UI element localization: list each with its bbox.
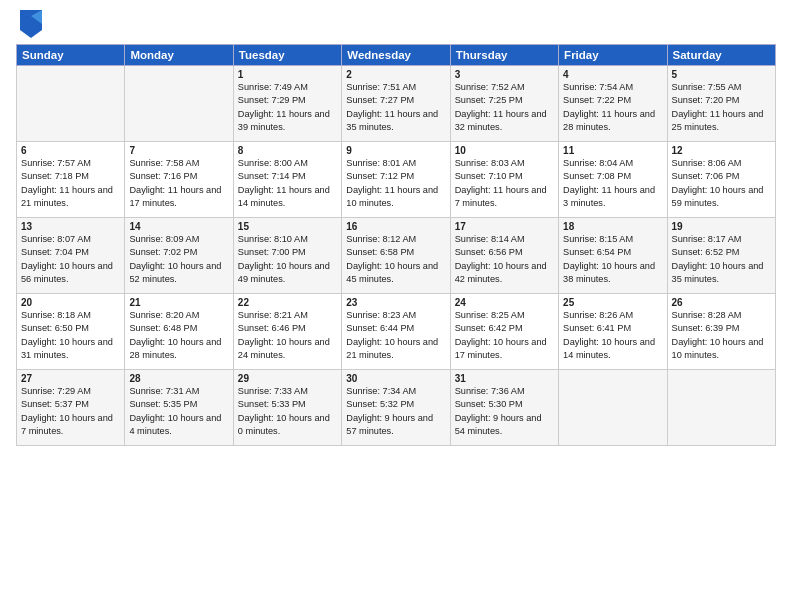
logo (16, 10, 42, 38)
calendar-cell: 25Sunrise: 8:26 AM Sunset: 6:41 PM Dayli… (559, 294, 667, 370)
calendar-cell: 8Sunrise: 8:00 AM Sunset: 7:14 PM Daylig… (233, 142, 341, 218)
day-number: 10 (455, 145, 554, 156)
day-number: 19 (672, 221, 771, 232)
day-number: 4 (563, 69, 662, 80)
calendar-cell: 13Sunrise: 8:07 AM Sunset: 7:04 PM Dayli… (17, 218, 125, 294)
day-number: 26 (672, 297, 771, 308)
day-info: Sunrise: 8:23 AM Sunset: 6:44 PM Dayligh… (346, 309, 445, 362)
calendar-cell: 11Sunrise: 8:04 AM Sunset: 7:08 PM Dayli… (559, 142, 667, 218)
day-info: Sunrise: 7:51 AM Sunset: 7:27 PM Dayligh… (346, 81, 445, 134)
day-info: Sunrise: 7:36 AM Sunset: 5:30 PM Dayligh… (455, 385, 554, 438)
day-number: 3 (455, 69, 554, 80)
day-info: Sunrise: 7:57 AM Sunset: 7:18 PM Dayligh… (21, 157, 120, 210)
day-info: Sunrise: 8:21 AM Sunset: 6:46 PM Dayligh… (238, 309, 337, 362)
calendar-cell: 12Sunrise: 8:06 AM Sunset: 7:06 PM Dayli… (667, 142, 775, 218)
day-info: Sunrise: 8:20 AM Sunset: 6:48 PM Dayligh… (129, 309, 228, 362)
day-number: 1 (238, 69, 337, 80)
header-day-friday: Friday (559, 45, 667, 66)
header-row: SundayMondayTuesdayWednesdayThursdayFrid… (17, 45, 776, 66)
header-day-saturday: Saturday (667, 45, 775, 66)
day-info: Sunrise: 8:18 AM Sunset: 6:50 PM Dayligh… (21, 309, 120, 362)
day-info: Sunrise: 8:06 AM Sunset: 7:06 PM Dayligh… (672, 157, 771, 210)
day-number: 7 (129, 145, 228, 156)
calendar-table: SundayMondayTuesdayWednesdayThursdayFrid… (16, 44, 776, 446)
calendar-body: 1Sunrise: 7:49 AM Sunset: 7:29 PM Daylig… (17, 66, 776, 446)
day-info: Sunrise: 8:07 AM Sunset: 7:04 PM Dayligh… (21, 233, 120, 286)
calendar-cell: 2Sunrise: 7:51 AM Sunset: 7:27 PM Daylig… (342, 66, 450, 142)
week-row-1: 1Sunrise: 7:49 AM Sunset: 7:29 PM Daylig… (17, 66, 776, 142)
calendar-cell: 5Sunrise: 7:55 AM Sunset: 7:20 PM Daylig… (667, 66, 775, 142)
day-info: Sunrise: 8:12 AM Sunset: 6:58 PM Dayligh… (346, 233, 445, 286)
week-row-5: 27Sunrise: 7:29 AM Sunset: 5:37 PM Dayli… (17, 370, 776, 446)
day-info: Sunrise: 7:34 AM Sunset: 5:32 PM Dayligh… (346, 385, 445, 438)
calendar-cell (559, 370, 667, 446)
header-day-sunday: Sunday (17, 45, 125, 66)
day-info: Sunrise: 7:52 AM Sunset: 7:25 PM Dayligh… (455, 81, 554, 134)
calendar-cell: 26Sunrise: 8:28 AM Sunset: 6:39 PM Dayli… (667, 294, 775, 370)
calendar-cell: 3Sunrise: 7:52 AM Sunset: 7:25 PM Daylig… (450, 66, 558, 142)
day-number: 17 (455, 221, 554, 232)
day-info: Sunrise: 7:29 AM Sunset: 5:37 PM Dayligh… (21, 385, 120, 438)
day-info: Sunrise: 8:04 AM Sunset: 7:08 PM Dayligh… (563, 157, 662, 210)
calendar-cell: 16Sunrise: 8:12 AM Sunset: 6:58 PM Dayli… (342, 218, 450, 294)
calendar-cell: 31Sunrise: 7:36 AM Sunset: 5:30 PM Dayli… (450, 370, 558, 446)
day-info: Sunrise: 7:31 AM Sunset: 5:35 PM Dayligh… (129, 385, 228, 438)
day-info: Sunrise: 8:14 AM Sunset: 6:56 PM Dayligh… (455, 233, 554, 286)
calendar-cell: 19Sunrise: 8:17 AM Sunset: 6:52 PM Dayli… (667, 218, 775, 294)
calendar-header: SundayMondayTuesdayWednesdayThursdayFrid… (17, 45, 776, 66)
calendar-cell: 29Sunrise: 7:33 AM Sunset: 5:33 PM Dayli… (233, 370, 341, 446)
day-number: 27 (21, 373, 120, 384)
calendar-cell: 14Sunrise: 8:09 AM Sunset: 7:02 PM Dayli… (125, 218, 233, 294)
calendar-cell (125, 66, 233, 142)
calendar-cell: 22Sunrise: 8:21 AM Sunset: 6:46 PM Dayli… (233, 294, 341, 370)
day-number: 13 (21, 221, 120, 232)
calendar-cell: 9Sunrise: 8:01 AM Sunset: 7:12 PM Daylig… (342, 142, 450, 218)
day-info: Sunrise: 8:25 AM Sunset: 6:42 PM Dayligh… (455, 309, 554, 362)
calendar-cell: 28Sunrise: 7:31 AM Sunset: 5:35 PM Dayli… (125, 370, 233, 446)
calendar-cell: 1Sunrise: 7:49 AM Sunset: 7:29 PM Daylig… (233, 66, 341, 142)
header-day-wednesday: Wednesday (342, 45, 450, 66)
day-number: 30 (346, 373, 445, 384)
day-info: Sunrise: 8:01 AM Sunset: 7:12 PM Dayligh… (346, 157, 445, 210)
calendar-cell: 24Sunrise: 8:25 AM Sunset: 6:42 PM Dayli… (450, 294, 558, 370)
header-day-tuesday: Tuesday (233, 45, 341, 66)
day-info: Sunrise: 8:09 AM Sunset: 7:02 PM Dayligh… (129, 233, 228, 286)
calendar-cell: 15Sunrise: 8:10 AM Sunset: 7:00 PM Dayli… (233, 218, 341, 294)
day-number: 29 (238, 373, 337, 384)
day-info: Sunrise: 8:15 AM Sunset: 6:54 PM Dayligh… (563, 233, 662, 286)
header (16, 10, 776, 38)
day-info: Sunrise: 8:28 AM Sunset: 6:39 PM Dayligh… (672, 309, 771, 362)
day-number: 23 (346, 297, 445, 308)
calendar-cell: 21Sunrise: 8:20 AM Sunset: 6:48 PM Dayli… (125, 294, 233, 370)
day-info: Sunrise: 8:10 AM Sunset: 7:00 PM Dayligh… (238, 233, 337, 286)
day-number: 11 (563, 145, 662, 156)
day-number: 22 (238, 297, 337, 308)
calendar-cell (667, 370, 775, 446)
day-number: 2 (346, 69, 445, 80)
day-info: Sunrise: 7:33 AM Sunset: 5:33 PM Dayligh… (238, 385, 337, 438)
day-number: 5 (672, 69, 771, 80)
calendar-cell: 7Sunrise: 7:58 AM Sunset: 7:16 PM Daylig… (125, 142, 233, 218)
day-info: Sunrise: 7:54 AM Sunset: 7:22 PM Dayligh… (563, 81, 662, 134)
calendar-cell: 17Sunrise: 8:14 AM Sunset: 6:56 PM Dayli… (450, 218, 558, 294)
header-day-monday: Monday (125, 45, 233, 66)
day-number: 28 (129, 373, 228, 384)
calendar-cell (17, 66, 125, 142)
day-number: 18 (563, 221, 662, 232)
page: SundayMondayTuesdayWednesdayThursdayFrid… (0, 0, 792, 612)
day-info: Sunrise: 8:17 AM Sunset: 6:52 PM Dayligh… (672, 233, 771, 286)
week-row-3: 13Sunrise: 8:07 AM Sunset: 7:04 PM Dayli… (17, 218, 776, 294)
day-info: Sunrise: 7:55 AM Sunset: 7:20 PM Dayligh… (672, 81, 771, 134)
calendar-cell: 20Sunrise: 8:18 AM Sunset: 6:50 PM Dayli… (17, 294, 125, 370)
day-number: 9 (346, 145, 445, 156)
day-number: 15 (238, 221, 337, 232)
week-row-4: 20Sunrise: 8:18 AM Sunset: 6:50 PM Dayli… (17, 294, 776, 370)
day-info: Sunrise: 7:49 AM Sunset: 7:29 PM Dayligh… (238, 81, 337, 134)
day-number: 14 (129, 221, 228, 232)
day-number: 16 (346, 221, 445, 232)
day-number: 6 (21, 145, 120, 156)
calendar-cell: 30Sunrise: 7:34 AM Sunset: 5:32 PM Dayli… (342, 370, 450, 446)
day-number: 20 (21, 297, 120, 308)
day-number: 8 (238, 145, 337, 156)
logo-icon (20, 10, 42, 38)
